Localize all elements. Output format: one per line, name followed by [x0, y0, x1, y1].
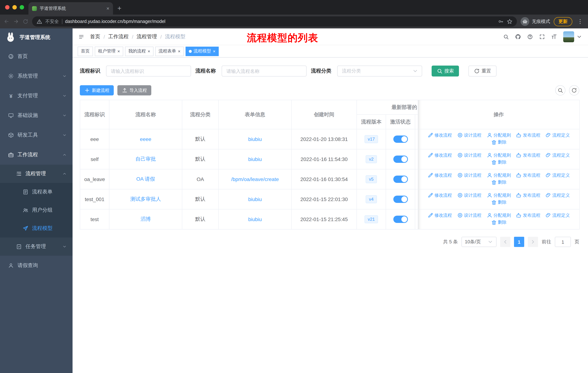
breadcrumb-item[interactable]: 工作流程 [108, 33, 129, 40]
process-name-link[interactable]: eeee [140, 136, 151, 142]
tag-process-form[interactable]: 流程表单 × [155, 46, 184, 56]
window-minimize-button[interactable] [12, 5, 17, 10]
active-toggle[interactable] [393, 156, 408, 163]
url-text[interactable]: dashboard.yudao.iocoder.cn/bpm/manager/m… [65, 19, 165, 24]
form-info-link[interactable]: biubiu [248, 136, 262, 142]
active-toggle[interactable] [393, 135, 408, 143]
process-name-link[interactable]: OA 请假 [136, 176, 155, 182]
assign-rule-link[interactable]: 分配规则 [486, 212, 511, 218]
search-button[interactable]: 搜索 [432, 66, 459, 77]
edit-process-link[interactable]: 修改流程 [427, 132, 452, 138]
delete-process-link[interactable]: 删除 [491, 139, 506, 145]
process-definition-link[interactable]: 流程定义 [546, 192, 570, 198]
assign-rule-link[interactable]: 分配规则 [486, 152, 511, 158]
browser-tab[interactable]: 芋道管理系统 × [28, 2, 113, 15]
reset-button[interactable]: 重置 [468, 66, 496, 77]
active-toggle[interactable] [393, 216, 408, 223]
not-secure-label[interactable]: 不安全 [45, 18, 59, 25]
process-category-select[interactable]: 流程分类 [337, 66, 422, 77]
process-definition-link[interactable]: 流程定义 [546, 152, 570, 158]
design-process-link[interactable]: 设计流程 [457, 172, 481, 178]
toggle-search-button[interactable] [555, 85, 565, 95]
browser-menu-icon[interactable]: ⋮ [576, 18, 584, 25]
font-size-icon[interactable] [551, 34, 557, 40]
design-process-link[interactable]: 设计流程 [457, 152, 481, 158]
form-info-link[interactable]: biubiu [248, 196, 262, 202]
delete-process-link[interactable]: 删除 [491, 179, 506, 185]
github-icon[interactable] [515, 34, 521, 40]
sidebar-item-home[interactable]: 首页 [0, 47, 73, 66]
process-name-link[interactable]: 滔博 [141, 216, 151, 222]
delete-process-link[interactable]: 删除 [491, 199, 506, 205]
tag-my-process[interactable]: 我的流程 × [125, 46, 153, 56]
publish-process-link[interactable]: 发布流程 [516, 192, 540, 198]
edit-process-link[interactable]: 修改流程 [427, 212, 452, 218]
search-icon[interactable] [503, 34, 509, 40]
sidebar-item-user-group[interactable]: 用户分组 [0, 201, 73, 219]
publish-process-link[interactable]: 发布流程 [516, 172, 540, 178]
reload-icon[interactable] [23, 19, 28, 24]
user-menu[interactable] [563, 31, 582, 42]
next-page-button[interactable] [528, 237, 538, 247]
tag-process-model[interactable]: 流程模型 × [186, 46, 219, 56]
breadcrumb-item[interactable]: 首页 [90, 33, 100, 40]
assign-rule-link[interactable]: 分配规则 [486, 172, 511, 178]
edit-process-link[interactable]: 修改流程 [427, 172, 452, 178]
window-zoom-button[interactable] [20, 5, 24, 10]
tag-home[interactable]: 首页 [78, 46, 93, 56]
sidebar-item-leave-query[interactable]: 请假查询 [0, 256, 73, 275]
tag-close-icon[interactable]: × [148, 49, 150, 53]
import-process-button[interactable]: 导入流程 [117, 85, 151, 95]
form-info-link[interactable]: biubiu [248, 156, 262, 162]
process-name-link[interactable]: 测试多审批人 [130, 196, 161, 202]
window-close-button[interactable] [5, 5, 10, 10]
design-process-link[interactable]: 设计流程 [457, 212, 481, 218]
password-key-icon[interactable] [498, 19, 504, 24]
current-page-button[interactable]: 1 [514, 237, 524, 247]
publish-process-link[interactable]: 发布流程 [516, 152, 540, 158]
help-icon[interactable] [527, 34, 533, 40]
active-toggle[interactable] [393, 196, 408, 203]
process-definition-link[interactable]: 流程定义 [546, 172, 570, 178]
design-process-link[interactable]: 设计流程 [457, 192, 481, 198]
sidebar-item-workflow[interactable]: 工作流程 [0, 145, 73, 165]
edit-process-link[interactable]: 修改流程 [427, 152, 452, 158]
tab-close-icon[interactable]: × [106, 6, 109, 11]
hamburger-icon[interactable] [78, 34, 84, 40]
fullscreen-icon[interactable] [539, 34, 545, 40]
app-logo[interactable]: 芋道管理系统 [0, 28, 73, 47]
bookmark-star-icon[interactable] [507, 19, 513, 24]
process-definition-link[interactable]: 流程定义 [546, 132, 570, 138]
tag-close-icon[interactable]: × [213, 49, 215, 53]
form-info-link[interactable]: biubiu [248, 216, 262, 222]
sidebar-item-task-mgmt[interactable]: 任务管理 [0, 238, 73, 256]
design-process-link[interactable]: 设计流程 [457, 132, 481, 138]
breadcrumb-item[interactable]: 流程管理 [137, 33, 157, 40]
sidebar-item-pay-mgmt[interactable]: ¥ 支付管理 [0, 86, 73, 106]
sidebar-item-infrastructure[interactable]: 基础设施 [0, 106, 73, 125]
sidebar-item-process-form[interactable]: 流程表单 [0, 183, 73, 201]
publish-process-link[interactable]: 发布流程 [516, 132, 540, 138]
url-bar[interactable]: 不安全 dashboard.yudao.iocoder.cn/bpm/manag… [32, 16, 517, 27]
tag-close-icon[interactable]: × [178, 49, 180, 53]
new-tab-button[interactable]: + [117, 4, 121, 12]
assign-rule-link[interactable]: 分配规则 [486, 192, 511, 198]
create-process-button[interactable]: 新建流程 [80, 85, 114, 95]
goto-page-input[interactable] [555, 237, 571, 247]
sidebar-item-process-mgmt[interactable]: 流程管理 [0, 165, 73, 183]
avatar[interactable] [563, 31, 574, 42]
refresh-table-button[interactable] [569, 85, 579, 95]
sidebar-item-dev-tools[interactable]: 研发工具 [0, 125, 73, 145]
sidebar-item-system-mgmt[interactable]: 系统管理 [0, 66, 73, 86]
edit-process-link[interactable]: 修改流程 [427, 192, 452, 198]
process-id-input[interactable] [106, 66, 191, 77]
back-icon[interactable] [4, 19, 10, 24]
delete-process-link[interactable]: 删除 [491, 219, 506, 225]
page-size-select[interactable]: 10条/页 [462, 237, 496, 247]
process-definition-link[interactable]: 流程定义 [546, 212, 570, 218]
chrome-update-button[interactable]: 更新 [554, 17, 572, 26]
form-info-link[interactable]: /bpm/oa/leave/create [231, 176, 279, 182]
delete-process-link[interactable]: 删除 [491, 159, 506, 165]
process-name-link[interactable]: 自己审批 [136, 156, 156, 162]
tag-close-icon[interactable]: × [117, 49, 120, 53]
